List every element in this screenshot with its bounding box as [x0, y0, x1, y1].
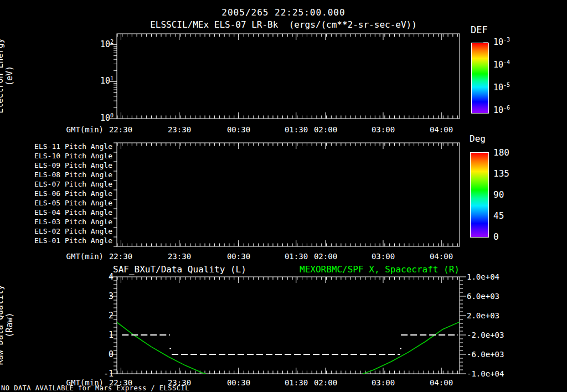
- pitch-row-label: ELS-04 Pitch Angle: [29, 208, 112, 216]
- plot-canvas: 2005/265 22:25:00.000 ELSSCIL/MEx ELS-07…: [0, 0, 567, 392]
- time-tick-label: 23:30: [168, 125, 191, 134]
- time-tick-label: 01:30: [285, 125, 308, 134]
- energy-axis-label-line2: (eV): [5, 32, 14, 120]
- pitch-row-label: ELS-03 Pitch Angle: [29, 218, 112, 226]
- deg-colorbar-tick-label: 180: [493, 147, 509, 158]
- time-tick-label: 02:00: [314, 125, 337, 134]
- distance-ytick-label: -6.0e+03: [467, 350, 504, 359]
- time-tick-label: 00:30: [227, 378, 250, 387]
- gmt-axis-label: GMT(min): [65, 252, 104, 261]
- data-quality-marker: [400, 348, 401, 349]
- time-tick-label: 02:00: [314, 252, 337, 261]
- data-quality-marker: [169, 348, 171, 349]
- time-tick-label: 00:30: [227, 125, 250, 134]
- def-colorbar: [471, 43, 489, 114]
- quality-panel-title-right: MEXORBMC/SPF X, Spacecraft (R): [117, 264, 460, 275]
- time-tick-label: 03:00: [372, 378, 395, 387]
- time-tick-label: 04:00: [430, 378, 453, 387]
- distance-ytick-label: -1.0e+04: [467, 369, 504, 378]
- quality-ytick-label: 2: [91, 311, 114, 321]
- distance-ytick-label: 1.0e+04: [467, 272, 499, 281]
- time-tick-label: 01:30: [285, 252, 308, 261]
- gmt-axis-label: GMT(min): [65, 125, 104, 134]
- timestamp-title: 2005/265 22:25:00.000: [0, 7, 567, 18]
- pitch-row-label: ELS-02 Pitch Angle: [29, 227, 112, 235]
- quality-axis-label-line2: (Raw): [5, 275, 14, 375]
- pitch-row-label: ELS-09 Pitch Angle: [29, 161, 112, 169]
- quality-axis-label: Raw Data Quality (Raw): [0, 275, 14, 375]
- energy-ytick-label: 100: [90, 113, 114, 123]
- time-tick-label: 03:00: [372, 125, 395, 134]
- pitch-row-label: ELS-08 Pitch Angle: [29, 171, 112, 179]
- pitch-row-label: ELS-06 Pitch Angle: [29, 189, 112, 198]
- time-tick-label: 22:30: [109, 252, 132, 261]
- time-tick-label: 04:00: [430, 252, 453, 261]
- time-tick-label: 01:30: [285, 378, 308, 387]
- deg-colorbar-tick-label: 135: [493, 168, 509, 179]
- time-tick-label: 03:00: [372, 252, 395, 261]
- def-colorbar-tick-label: 10-6: [493, 105, 510, 115]
- def-colorbar-tick-label: 10-4: [493, 60, 510, 70]
- time-tick-label: 04:00: [430, 125, 453, 134]
- quality-ytick-label: 0: [91, 349, 114, 359]
- def-colorbar-tick-label: 10-3: [493, 37, 510, 47]
- no-data-note: NO DATA AVAILABLE for Mars Express / ELS…: [1, 384, 189, 392]
- deg-colorbar-tick-label: 90: [493, 189, 504, 200]
- distance-ytick-label: -2.0e+03: [467, 331, 504, 339]
- pitch-row-label: ELS-11 Pitch Angle: [29, 142, 112, 151]
- time-tick-label: 02:00: [314, 378, 337, 387]
- panel-pitch-box: [117, 143, 460, 246]
- energy-axis-label: Electron Energy (eV): [0, 32, 14, 120]
- def-colorbar-title: DEF: [471, 24, 488, 35]
- pitch-row-label: ELS-01 Pitch Angle: [29, 236, 112, 245]
- deg-colorbar-tick-label: 45: [493, 210, 504, 221]
- distance-ytick-label: 6.0e+03: [467, 292, 499, 301]
- pitch-row-label: ELS-10 Pitch Angle: [29, 152, 112, 160]
- time-tick-label: 00:30: [227, 252, 250, 261]
- def-colorbar-tick-label: 10-5: [493, 82, 510, 92]
- time-tick-label: 22:30: [109, 125, 132, 134]
- deg-colorbar-title: Deg: [470, 133, 486, 144]
- quality-ytick-label: 4: [91, 272, 114, 282]
- time-tick-label: 23:30: [168, 252, 191, 261]
- distance-ytick-label: 2.0e+03: [467, 311, 499, 320]
- quality-ytick-label: 3: [91, 291, 114, 301]
- pitch-row-label: ELS-05 Pitch Angle: [29, 199, 112, 207]
- deg-colorbar: [470, 152, 489, 238]
- pitch-row-label: ELS-07 Pitch Angle: [29, 180, 112, 188]
- quality-ytick-label: -1: [91, 369, 114, 379]
- panel-energy-box: [117, 34, 460, 118]
- energy-ytick-label: 101: [90, 76, 114, 86]
- deg-colorbar-tick-label: 0: [493, 231, 499, 242]
- quality-ytick-label: 1: [91, 330, 114, 340]
- energy-ytick-label: 102: [90, 39, 114, 49]
- panel-quality-box: [117, 277, 460, 374]
